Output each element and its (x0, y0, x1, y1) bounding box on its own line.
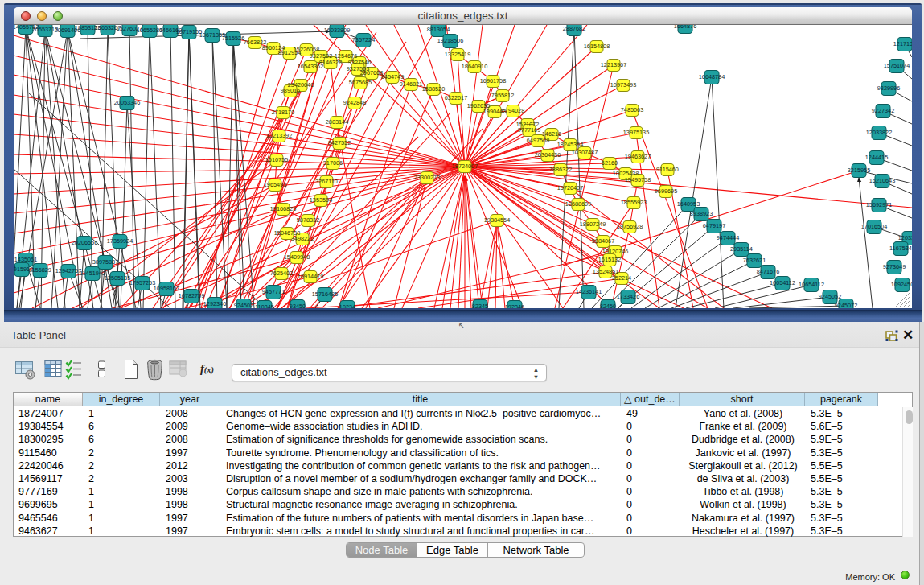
svg-text:10307487: 10307487 (572, 149, 598, 156)
svg-text:13325419: 13325419 (445, 51, 470, 58)
svg-text:18640910: 18640910 (462, 63, 487, 70)
svg-text:15716485: 15716485 (312, 290, 338, 298)
svg-text:93450: 93450 (290, 303, 306, 308)
svg-text:7886322: 7886322 (549, 166, 572, 173)
svg-text:6794028: 6794028 (502, 107, 524, 114)
svg-text:10654112: 10654112 (799, 281, 824, 288)
svg-text:15692971: 15692971 (866, 201, 892, 208)
svg-text:12213392: 12213392 (266, 132, 292, 139)
svg-text:9777169: 9777169 (518, 126, 540, 134)
svg-text:6497508: 6497508 (527, 137, 549, 144)
svg-text:6322017: 6322017 (445, 94, 467, 101)
svg-text:2718170: 2718170 (272, 109, 294, 116)
svg-text:1615132: 1615132 (598, 256, 621, 263)
svg-text:10958107: 10958107 (154, 285, 179, 292)
svg-text:146216: 146216 (542, 130, 561, 138)
svg-text:1610755: 1610755 (265, 156, 288, 163)
svg-text:19463627: 19463627 (625, 153, 651, 160)
svg-text:12213967: 12213967 (601, 61, 626, 68)
svg-text:1588520: 1588520 (422, 85, 445, 93)
svg-text:9245052: 9245052 (819, 293, 841, 300)
svg-text:16782759: 16782759 (179, 292, 204, 299)
svg-text:12033822: 12033822 (866, 129, 892, 136)
svg-text:11451942: 11451942 (80, 270, 105, 277)
svg-text:192346: 192346 (505, 303, 524, 308)
svg-text:5884067: 5884067 (592, 237, 614, 245)
svg-text:9273649: 9273649 (883, 263, 906, 270)
svg-text:19384554: 19384554 (484, 216, 510, 224)
svg-text:7357224: 7357224 (352, 36, 375, 43)
svg-text:2967608: 2967608 (360, 69, 383, 76)
svg-text:3267110: 3267110 (315, 178, 338, 185)
svg-text:10719155: 10719155 (176, 28, 202, 35)
svg-text:110345: 110345 (255, 303, 274, 308)
svg-text:1733426: 1733426 (617, 293, 639, 300)
svg-text:2803144: 2803144 (326, 118, 348, 126)
svg-text:2887682: 2887682 (563, 25, 585, 32)
svg-text:18555923: 18555923 (621, 199, 647, 206)
svg-text:15409948: 15409948 (284, 253, 310, 261)
svg-text:924502: 924502 (234, 302, 253, 308)
svg-text:14236141: 14236141 (576, 288, 602, 295)
svg-text:12505135: 12505135 (105, 274, 130, 282)
svg-text:20053346: 20053346 (114, 99, 140, 106)
svg-text:10973493: 10973493 (610, 81, 636, 89)
svg-text:8427552: 8427552 (328, 139, 351, 146)
svg-text:8938923: 8938923 (690, 210, 713, 217)
svg-text:1217107: 1217107 (893, 40, 912, 47)
svg-text:5878332: 5878332 (297, 216, 319, 224)
svg-text:19166825: 19166825 (270, 205, 296, 212)
svg-text:1664876: 1664876 (674, 25, 696, 30)
svg-text:16120746: 16120746 (602, 248, 628, 255)
svg-text:1505135: 1505135 (14, 263, 15, 270)
svg-text:9115460: 9115460 (656, 166, 679, 173)
svg-text:7632621: 7632621 (743, 257, 766, 264)
svg-text:16914479: 16914479 (298, 273, 323, 280)
svg-text:9146821: 9146821 (400, 80, 422, 88)
svg-text:1353594: 1353594 (310, 196, 332, 204)
svg-text:82345: 82345 (472, 303, 488, 308)
svg-text:17359924: 17359924 (107, 237, 133, 245)
svg-text:6479197: 6479197 (703, 222, 725, 229)
svg-text:9242848: 9242848 (343, 99, 366, 106)
svg-text:1640953: 1640953 (677, 200, 700, 208)
svg-text:17957253: 17957253 (129, 279, 155, 286)
svg-text:16154808: 16154808 (584, 43, 610, 50)
svg-text:1203349: 1203349 (898, 234, 912, 241)
svg-text:7955812: 7955812 (491, 92, 514, 99)
svg-text:20206556: 20206556 (72, 239, 97, 246)
svg-text:82450: 82450 (600, 303, 616, 308)
svg-text:15751074: 15751074 (884, 62, 910, 69)
svg-text:23300273: 23300273 (414, 174, 440, 181)
svg-text:8454749: 8454749 (381, 73, 404, 80)
svg-text:15495758: 15495758 (625, 176, 651, 183)
svg-text:252214: 252214 (612, 274, 631, 282)
svg-text:7485063: 7485063 (621, 106, 643, 113)
svg-text:17016504: 17016504 (861, 223, 887, 230)
svg-text:989016: 989016 (281, 87, 300, 94)
svg-text:5675685: 5675685 (349, 79, 372, 86)
svg-text:317006: 317006 (323, 159, 343, 167)
svg-text:16033809: 16033809 (324, 27, 350, 34)
svg-text:10688609: 10688609 (565, 200, 591, 208)
svg-text:10234: 10234 (339, 303, 355, 308)
svg-text:20364436: 20364436 (535, 151, 561, 159)
svg-text:9457771: 9457771 (262, 288, 285, 295)
svg-text:1292346: 1292346 (203, 300, 226, 307)
svg-text:19756928: 19756928 (617, 223, 643, 230)
svg-text:1092450: 1092450 (891, 281, 912, 288)
svg-text:18245354: 18245354 (557, 141, 583, 148)
svg-text:1965493: 1965493 (264, 181, 286, 188)
svg-text:12942757: 12942757 (55, 267, 81, 274)
svg-text:2935114: 2935114 (730, 245, 753, 253)
svg-text:1156829: 1156829 (29, 266, 51, 274)
svg-text:9245072: 9245072 (835, 302, 857, 308)
svg-text:9329996: 9329996 (877, 84, 900, 92)
svg-text:18807249: 18807249 (580, 220, 606, 228)
svg-text:16543362: 16543362 (298, 63, 323, 70)
svg-text:16961758: 16961758 (480, 77, 506, 84)
svg-text:10054112: 10054112 (770, 279, 795, 286)
svg-text:16648784: 16648784 (699, 73, 725, 80)
svg-text:3498222: 3498222 (291, 235, 314, 242)
svg-text:15720407: 15720407 (557, 184, 583, 192)
